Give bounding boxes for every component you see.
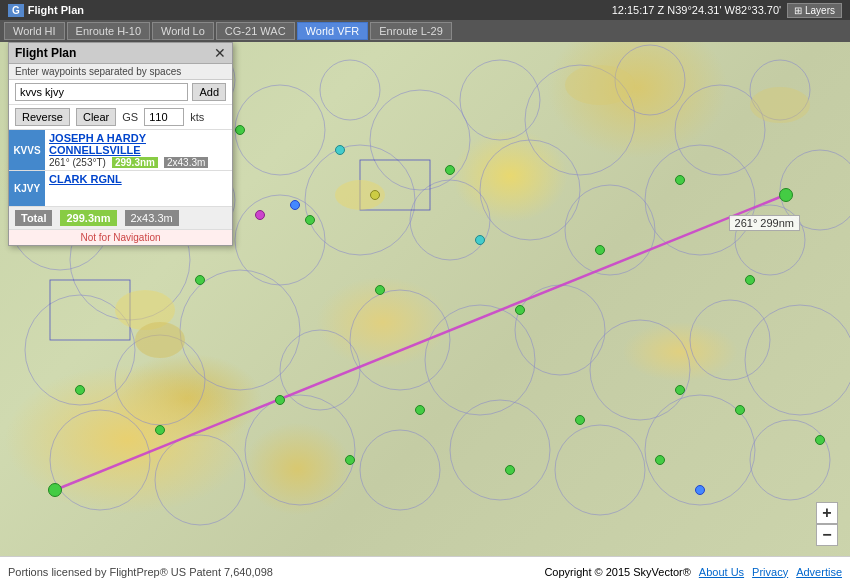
svg-point-44 xyxy=(135,322,185,358)
airport-marker[interactable] xyxy=(735,405,745,415)
tab-enroute-h10[interactable]: Enroute H-10 xyxy=(67,22,150,40)
total-row: Total 299.3nm 2x43.3m xyxy=(9,207,232,230)
waypoint-info-2: CLARK RGNL xyxy=(45,171,232,206)
waypoints-input[interactable] xyxy=(15,83,188,101)
svg-point-5 xyxy=(370,90,470,190)
reverse-button[interactable]: Reverse xyxy=(15,108,70,126)
waypoint-info-1: JOSEPH A HARDY CONNELLSVILLE 261° (253°T… xyxy=(45,130,232,170)
waypoint-row-2: KJVY CLARK RGNL xyxy=(9,171,232,207)
airport-marker[interactable] xyxy=(815,435,825,445)
waypoint-badge-1: KVVS xyxy=(9,130,45,170)
svg-point-36 xyxy=(450,400,550,500)
airport-marker[interactable] xyxy=(235,125,245,135)
zoom-in-button[interactable]: + xyxy=(816,502,838,524)
airport-marker[interactable] xyxy=(415,405,425,415)
airport-marker[interactable] xyxy=(505,465,515,475)
airport-marker[interactable] xyxy=(695,485,705,495)
tab-enroute-l29[interactable]: Enroute L-29 xyxy=(370,22,452,40)
footer-right: Copyright © 2015 SkyVector® About Us Pri… xyxy=(544,566,842,578)
flight-plan-controls: Reverse Clear GS kts xyxy=(9,105,232,130)
coordinates-display: 12:15:17 Z N39°24.31' W82°33.70' xyxy=(612,4,782,16)
clear-button[interactable]: Clear xyxy=(76,108,116,126)
airport-marker[interactable] xyxy=(675,175,685,185)
disclaimer: Not for Navigation xyxy=(9,230,232,245)
svg-point-46 xyxy=(565,65,635,105)
airport-marker[interactable] xyxy=(675,385,685,395)
airport-marker[interactable] xyxy=(290,200,300,210)
waypoint-distance-1: 299.3nm xyxy=(112,157,158,168)
svg-point-31 xyxy=(745,305,850,415)
flight-plan-title: Flight Plan xyxy=(15,46,76,60)
tab-cg21-wac[interactable]: CG-21 WAC xyxy=(216,22,295,40)
chart-tabs: World HI Enroute H-10 World Lo CG-21 WAC… xyxy=(0,20,850,42)
svg-point-30 xyxy=(690,300,770,380)
flight-plan-header: Flight Plan ✕ xyxy=(9,43,232,64)
airport-marker[interactable] xyxy=(275,395,285,405)
waypoint-name-2[interactable]: CLARK RGNL xyxy=(49,173,228,185)
tab-world-vfr[interactable]: World VFR xyxy=(297,22,369,40)
about-us-link[interactable]: About Us xyxy=(699,566,744,578)
svg-point-34 xyxy=(245,395,355,505)
zoom-out-button[interactable]: − xyxy=(816,524,838,546)
waypoint-bearing-1: 261° (253°T) xyxy=(49,157,106,168)
tab-world-lo[interactable]: World Lo xyxy=(152,22,214,40)
airport-marker[interactable] xyxy=(48,483,62,497)
svg-point-33 xyxy=(155,435,245,525)
airport-marker[interactable] xyxy=(655,455,665,465)
svg-point-14 xyxy=(235,195,325,285)
svg-point-25 xyxy=(280,330,360,410)
airport-marker[interactable] xyxy=(155,425,165,435)
airport-marker[interactable] xyxy=(345,455,355,465)
airport-marker[interactable] xyxy=(779,188,793,202)
app-title: Flight Plan xyxy=(28,4,84,16)
airport-marker[interactable] xyxy=(595,245,605,255)
add-waypoint-button[interactable]: Add xyxy=(192,83,226,101)
zoom-controls: + − xyxy=(816,502,838,546)
svg-point-37 xyxy=(555,425,645,515)
airport-marker[interactable] xyxy=(335,145,345,155)
ground-speed-input[interactable] xyxy=(144,108,184,126)
airport-marker[interactable] xyxy=(375,285,385,295)
airport-marker[interactable] xyxy=(255,210,265,220)
svg-point-35 xyxy=(360,430,440,510)
top-bar-left: G Flight Plan xyxy=(8,4,84,17)
tab-world-hi[interactable]: World HI xyxy=(4,22,65,40)
airport-marker[interactable] xyxy=(370,190,380,200)
airport-marker[interactable] xyxy=(445,165,455,175)
map-container: 261° 299nm G Flight Plan 12:15:17 Z N39°… xyxy=(0,0,850,586)
footer-copyright-left: Portions licensed by FlightPrep® US Pate… xyxy=(8,566,544,578)
layers-button[interactable]: ⊞ Layers xyxy=(787,3,842,18)
airport-marker[interactable] xyxy=(305,215,315,225)
privacy-link[interactable]: Privacy xyxy=(752,566,788,578)
svg-point-6 xyxy=(460,60,540,140)
svg-point-19 xyxy=(645,145,755,255)
advertise-link[interactable]: Advertise xyxy=(796,566,842,578)
kts-label: kts xyxy=(190,111,204,123)
svg-point-18 xyxy=(565,185,655,275)
airport-marker[interactable] xyxy=(745,275,755,285)
svg-point-24 xyxy=(180,270,300,390)
svg-point-32 xyxy=(50,410,150,510)
airport-marker[interactable] xyxy=(575,415,585,425)
svg-point-4 xyxy=(320,60,380,120)
svg-point-47 xyxy=(750,87,810,123)
waypoint-input-row: Add xyxy=(9,80,232,105)
svg-point-39 xyxy=(750,420,830,500)
top-bar-right: 12:15:17 Z N39°24.31' W82°33.70' ⊞ Layer… xyxy=(612,3,842,18)
flight-plan-subtitle: Enter waypoints separated by spaces xyxy=(9,64,232,80)
footer: Portions licensed by FlightPrep® US Pate… xyxy=(0,556,850,586)
svg-point-26 xyxy=(350,290,450,390)
total-time: 2x43.3m xyxy=(125,210,179,226)
flight-plan-close-button[interactable]: ✕ xyxy=(214,46,226,60)
footer-copyright-year: Copyright © 2015 SkyVector® xyxy=(544,566,690,578)
waypoint-time-1: 2x43.3m xyxy=(164,157,208,168)
waypoint-name-1[interactable]: JOSEPH A HARDY CONNELLSVILLE xyxy=(49,132,228,156)
svg-point-27 xyxy=(425,305,535,415)
svg-point-16 xyxy=(410,180,490,260)
waypoint-badge-2: KJVY xyxy=(9,171,45,206)
total-label: Total xyxy=(15,210,52,226)
airport-marker[interactable] xyxy=(75,385,85,395)
airport-marker[interactable] xyxy=(195,275,205,285)
airport-marker[interactable] xyxy=(475,235,485,245)
airport-marker[interactable] xyxy=(515,305,525,315)
